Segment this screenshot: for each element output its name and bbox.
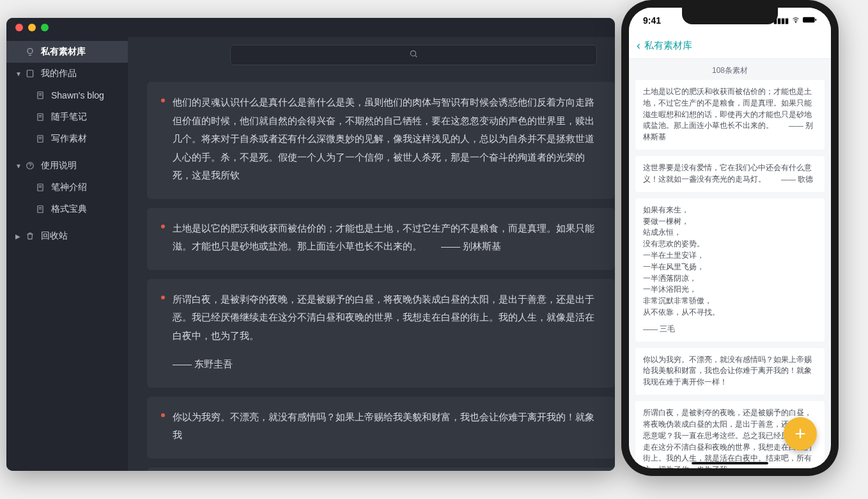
document-icon [35, 91, 46, 100]
sidebar-item-label: 写作素材 [51, 133, 87, 145]
card-body: 你以为我穷。不漂亮，就没有感情吗？如果上帝赐给我美貌和财富，我也会让你难于离开我… [173, 408, 602, 445]
card-body: 你以为我穷。不漂亮，就没有感情吗？如果上帝赐给我美貌和财富，我也会让你难于离开我… [643, 354, 817, 388]
sidebar-item-writing-material[interactable]: 写作素材 [6, 128, 128, 150]
card-attribution: —— 东野圭吾 [173, 355, 602, 374]
svg-point-9 [796, 22, 796, 23]
window-minimize-button[interactable] [28, 24, 36, 31]
trash-icon [24, 232, 36, 241]
desktop-app-window: 私有素材库 ▼ 我的作品 Shawn's blog 随手笔记 [6, 18, 615, 471]
svg-point-0 [27, 49, 33, 54]
sidebar-item-label: 格式宝典 [51, 203, 87, 215]
svg-rect-11 [815, 19, 816, 20]
material-card[interactable]: 你以为我穷。不漂亮，就没有感情吗？如果上帝赐给我美貌和财富，我也会让你难于离开我… [147, 397, 615, 459]
sidebar-section-works[interactable]: ▼ 我的作品 [6, 63, 128, 84]
phone-card-list[interactable]: 土地是以它的肥沃和收获而被估价的；才能也是土地，不过它生产的不是粮食，而是真理。… [629, 80, 831, 468]
card-body: 土地是以它的肥沃和收获而被估价的；才能也是土地，不过它生产的不是粮食，而是真理。… [173, 219, 602, 256]
card-body: 所谓白夜，是被剥夺的夜晚，还是被赐予的白昼，将夜晚伪装成白昼的太阳，是出于善意，… [173, 290, 602, 345]
svg-point-8 [410, 51, 415, 56]
sidebar-item-intro[interactable]: 笔神介绍 [6, 177, 128, 198]
card-body: 他们的灵魂认识什么是真什么是善什么是美，虽则他们的肉体与智识有时候会诱惑他们反着… [173, 93, 602, 185]
svg-rect-1 [27, 70, 33, 77]
bullet-icon [161, 99, 165, 102]
document-icon [35, 134, 46, 143]
chevron-down-icon: ▼ [15, 70, 23, 77]
window-titlebar [6, 18, 615, 37]
bullet-icon [161, 413, 165, 417]
bullet-icon [161, 225, 165, 228]
sidebar-section-help[interactable]: ▼ 使用说明 [6, 155, 128, 177]
status-time: 9:41 [643, 15, 661, 26]
add-button[interactable]: + [784, 417, 817, 450]
help-icon [24, 161, 36, 170]
plus-icon: + [794, 423, 806, 445]
sidebar-section-label: 使用说明 [41, 160, 77, 171]
back-icon[interactable]: ‹ [637, 39, 640, 52]
sidebar-item-blog[interactable]: Shawn's blog [6, 84, 128, 106]
document-icon [35, 205, 46, 214]
search-icon [409, 49, 418, 61]
phone-mockup: 9:41 ▮▮▮▮ ‹ 私有素材库 108条素材 土地是以它的肥沃和收获而被估价… [621, 0, 839, 476]
sidebar-item-format-guide[interactable]: 格式宝典 [6, 198, 128, 220]
home-indicator[interactable] [692, 462, 768, 464]
material-card[interactable]: 土地是以它的肥沃和收获而被估价的；才能也是土地，不过它生产的不是粮食，而是真理。… [147, 208, 615, 270]
sidebar-item-label: 回收站 [41, 230, 68, 242]
phone-material-card[interactable]: 土地是以它的肥沃和收获而被估价的；才能也是土地，不过它生产的不是粮食，而是真理。… [635, 80, 825, 150]
material-card[interactable]: 所谓白夜，是被剥夺的夜晚，还是被赐予的白昼，将夜晚伪装成白昼的太阳，是出于善意，… [147, 279, 615, 388]
sidebar-section-label: 我的作品 [41, 68, 77, 79]
phone-material-card[interactable]: 你以为我穷。不漂亮，就没有感情吗？如果上帝赐给我美貌和财富，我也会让你难于离开我… [635, 348, 825, 395]
phone-count-label: 108条素材 [629, 59, 831, 80]
sidebar-item-private-library[interactable]: 私有素材库 [6, 41, 128, 63]
sidebar-item-label: 笔神介绍 [51, 182, 87, 193]
material-card[interactable]: 亚里士多德（Aristotle公元前384～前322），古代先哲，古希腊人，世界… [147, 468, 615, 471]
phone-material-card[interactable]: 如果有来生， 要做一棵树， 站成永恒， 没有悲欢的姿势。 一半在土里安详， 一半… [635, 198, 825, 342]
card-body: 如果有来生， 要做一棵树， 站成永恒， 没有悲欢的姿势。 一半在土里安详， 一半… [643, 205, 817, 319]
bullet-icon [161, 296, 165, 299]
card-attribution: —— 三毛 [643, 324, 817, 335]
window-maximize-button[interactable] [41, 24, 49, 31]
phone-notch [682, 8, 778, 24]
svg-rect-10 [803, 17, 815, 22]
sidebar-item-notes[interactable]: 随手笔记 [6, 106, 128, 128]
card-list[interactable]: 他们的灵魂认识什么是真什么是善什么是美，虽则他们的肉体与智识有时候会诱惑他们反着… [128, 73, 615, 471]
phone-material-card[interactable]: 这世界要是没有爱情，它在我们心中还会有什么意义！这就如一盏没有亮光的走马灯。 —… [635, 156, 825, 192]
wifi-icon [791, 16, 800, 25]
battery-icon [803, 16, 817, 25]
document-icon [35, 113, 46, 122]
document-icon [35, 183, 46, 192]
window-close-button[interactable] [15, 24, 23, 31]
book-icon [24, 69, 36, 78]
sidebar-item-label: 私有素材库 [41, 46, 86, 58]
main-content: 他们的灵魂认识什么是真什么是善什么是美，虽则他们的肉体与智识有时候会诱惑他们反着… [128, 37, 615, 471]
sidebar-item-label: Shawn's blog [51, 90, 104, 100]
chevron-right-icon: ▶ [15, 233, 23, 240]
phone-nav-title[interactable]: 私有素材库 [644, 40, 692, 52]
phone-navbar: ‹ 私有素材库 [629, 33, 831, 59]
material-card[interactable]: 他们的灵魂认识什么是真什么是善什么是美，虽则他们的肉体与智识有时候会诱惑他们反着… [147, 82, 615, 199]
card-body: 这世界要是没有爱情，它在我们心中还会有什么意义！这就如一盏没有亮光的走马灯。 —… [643, 162, 817, 186]
chevron-down-icon: ▼ [15, 162, 23, 170]
lightbulb-icon [24, 47, 36, 57]
search-input[interactable] [230, 45, 597, 65]
sidebar: 私有素材库 ▼ 我的作品 Shawn's blog 随手笔记 [6, 37, 128, 471]
card-body: 土地是以它的肥沃和收获而被估价的；才能也是土地，不过它生产的不是粮食，而是真理。… [643, 86, 817, 143]
sidebar-item-trash[interactable]: ▶ 回收站 [6, 225, 128, 247]
sidebar-item-label: 随手笔记 [51, 111, 87, 123]
